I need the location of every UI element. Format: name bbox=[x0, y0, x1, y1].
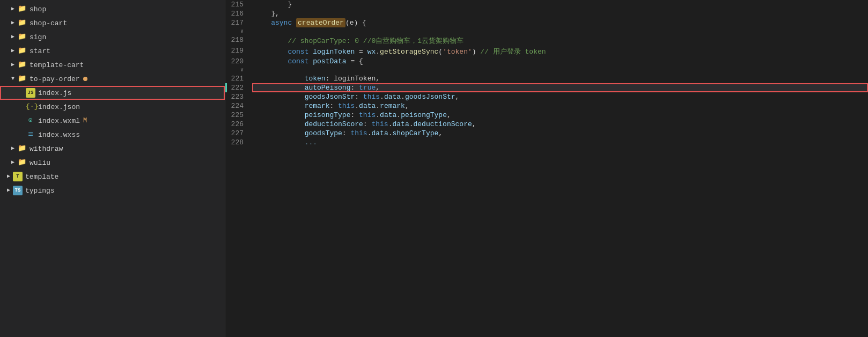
line-content: token: loginToken, bbox=[252, 74, 868, 83]
line-content: } bbox=[252, 0, 868, 9]
line-number: 216 bbox=[225, 9, 252, 18]
sidebar-item-label: shop-cart bbox=[30, 19, 67, 27]
sidebar-item-label: index.json bbox=[38, 103, 80, 111]
json-file-icon: {·} bbox=[26, 102, 35, 112]
line-number: 221 bbox=[225, 74, 252, 83]
line-content: }, bbox=[252, 9, 868, 18]
line-content: deductionScore: this.data.deductionScore… bbox=[252, 120, 868, 129]
sidebar-item-index-wxss[interactable]: ≡ index.wxss bbox=[0, 128, 225, 142]
code-editor: 215 } 216 }, 217 ∨ async createOrder(e) … bbox=[225, 0, 868, 337]
chevron-right-icon bbox=[9, 158, 17, 167]
sidebar-item-wuliu[interactable]: 📁 wuliu bbox=[0, 156, 225, 170]
sidebar-item-label: to-pay-order bbox=[30, 75, 80, 83]
line-content: const loginToken = wx.getStorageSync('to… bbox=[252, 46, 868, 57]
chevron-right-icon bbox=[9, 61, 17, 69]
code-line-227: 227 goodsType: this.data.shopCarType, bbox=[225, 129, 868, 138]
code-line-218: 218 // shopCarType: 0 //0自营购物车，1云货架购物车 bbox=[225, 35, 868, 46]
code-line-224: 224 remark: this.data.remark, bbox=[225, 101, 868, 111]
line-number: 226 bbox=[225, 120, 252, 129]
line-number: 223 bbox=[225, 92, 252, 101]
line-content: peisongType: this.data.peisongType, bbox=[252, 111, 868, 120]
folder-icon: 📁 bbox=[17, 74, 27, 84]
sidebar-item-withdraw[interactable]: 📁 withdraw bbox=[0, 142, 225, 156]
code-line-216: 216 }, bbox=[225, 9, 868, 18]
line-content: // shopCarType: 0 //0自营购物车，1云货架购物车 bbox=[252, 35, 868, 46]
modified-label: M bbox=[83, 117, 87, 124]
template-file-icon: T bbox=[13, 172, 23, 181]
chevron-right-icon bbox=[9, 144, 17, 153]
folder-icon: 📁 bbox=[17, 46, 27, 56]
code-line-226: 226 deductionScore: this.data.deductionS… bbox=[225, 120, 868, 129]
code-line-219: 219 const loginToken = wx.getStorageSync… bbox=[225, 46, 868, 57]
chevron-right-icon bbox=[4, 186, 13, 195]
sidebar-item-shop[interactable]: 📁 shop bbox=[0, 2, 225, 16]
code-area: 215 } 216 }, 217 ∨ async createOrder(e) … bbox=[225, 0, 868, 147]
sidebar-item-label: withdraw bbox=[30, 145, 63, 153]
code-line-225: 225 peisongType: this.data.peisongType, bbox=[225, 111, 868, 120]
sidebar-item-index-js[interactable]: JS index.js bbox=[0, 86, 225, 100]
line-number: 227 bbox=[225, 129, 252, 138]
collapse-arrow-icon[interactable]: ∨ bbox=[240, 67, 244, 73]
line-content: goodsJsonStr: this.data.goodsJsonStr, bbox=[252, 92, 868, 101]
folder-icon: 📁 bbox=[17, 18, 27, 28]
sidebar-item-typings[interactable]: TS typings bbox=[0, 184, 225, 197]
folder-icon: 📁 bbox=[17, 158, 27, 167]
wxml-file-icon: ⊙ bbox=[26, 116, 35, 126]
code-line-217: 217 ∨ async createOrder(e) { bbox=[225, 18, 868, 35]
chevron-right-icon bbox=[4, 172, 13, 181]
sidebar-item-label: template bbox=[25, 173, 58, 181]
folder-icon: 📁 bbox=[17, 32, 27, 42]
line-number: 228 bbox=[225, 138, 252, 147]
folder-icon: 📁 bbox=[17, 60, 27, 70]
line-number: 217 ∨ bbox=[225, 18, 252, 35]
code-line-223: 223 goodsJsonStr: this.data.goodsJsonStr… bbox=[225, 92, 868, 101]
line-content: ... bbox=[252, 138, 868, 147]
line-number: 225 bbox=[225, 111, 252, 120]
file-tree: 📁 shop 📁 shop-cart 📁 sign 📁 start 📁 temp… bbox=[0, 0, 225, 337]
sidebar-item-label: index.wxss bbox=[38, 131, 80, 139]
sidebar-item-template[interactable]: T template bbox=[0, 170, 225, 184]
code-line-215: 215 } bbox=[225, 0, 868, 9]
sidebar-item-index-json[interactable]: {·} index.json bbox=[0, 100, 225, 114]
line-content: remark: this.data.remark, bbox=[252, 101, 868, 111]
js-file-icon: JS bbox=[26, 88, 35, 98]
sidebar-item-label: template-cart bbox=[30, 61, 84, 69]
folder-icon: 📁 bbox=[17, 4, 27, 14]
chevron-right-icon bbox=[9, 47, 17, 55]
code-line-220: 220 ∨ const postData = { bbox=[225, 57, 868, 74]
sidebar-item-shop-cart[interactable]: 📁 shop-cart bbox=[0, 16, 225, 30]
line-number: 219 bbox=[225, 46, 252, 57]
modified-indicator bbox=[225, 83, 227, 92]
sidebar-item-sign[interactable]: 📁 sign bbox=[0, 30, 225, 44]
sidebar-item-to-pay-order[interactable]: 📁 to-pay-order bbox=[0, 72, 225, 86]
line-number: 220 ∨ bbox=[225, 57, 252, 74]
sidebar-item-template-cart[interactable]: 📁 template-cart bbox=[0, 58, 225, 72]
code-line-221: 221 token: loginToken, bbox=[225, 74, 868, 83]
line-content: async createOrder(e) { bbox=[252, 18, 868, 35]
sidebar-item-label: sign bbox=[30, 33, 46, 41]
chevron-right-icon bbox=[9, 33, 17, 41]
sidebar-item-label: index.wxml bbox=[38, 117, 80, 125]
code-line-222: 222 autoPeisong: true, bbox=[225, 83, 868, 92]
line-number: 215 bbox=[225, 0, 252, 9]
sidebar-item-start[interactable]: 📁 start bbox=[0, 44, 225, 58]
chevron-right-icon bbox=[9, 5, 17, 13]
line-content: goodsType: this.data.shopCarType, bbox=[252, 129, 868, 138]
line-content: autoPeisong: true, bbox=[252, 83, 868, 92]
sidebar-item-label: start bbox=[30, 47, 50, 55]
wxss-file-icon: ≡ bbox=[26, 130, 35, 140]
folder-icon: 📁 bbox=[17, 144, 27, 153]
line-number: 224 bbox=[225, 101, 252, 111]
sidebar-item-label: typings bbox=[25, 187, 55, 195]
sidebar-item-label: index.js bbox=[38, 89, 71, 97]
line-content: const postData = { bbox=[252, 57, 868, 74]
sidebar-item-label: wuliu bbox=[30, 159, 50, 167]
line-number: 218 bbox=[225, 35, 252, 46]
sidebar-item-index-wxml[interactable]: ⊙ index.wxml M bbox=[0, 114, 225, 128]
typings-file-icon: TS bbox=[13, 186, 23, 195]
collapse-arrow-icon[interactable]: ∨ bbox=[240, 28, 244, 34]
line-number: 222 bbox=[225, 83, 252, 92]
sidebar-item-label: shop bbox=[30, 5, 46, 13]
modified-badge bbox=[83, 77, 87, 81]
chevron-right-icon bbox=[9, 19, 17, 27]
